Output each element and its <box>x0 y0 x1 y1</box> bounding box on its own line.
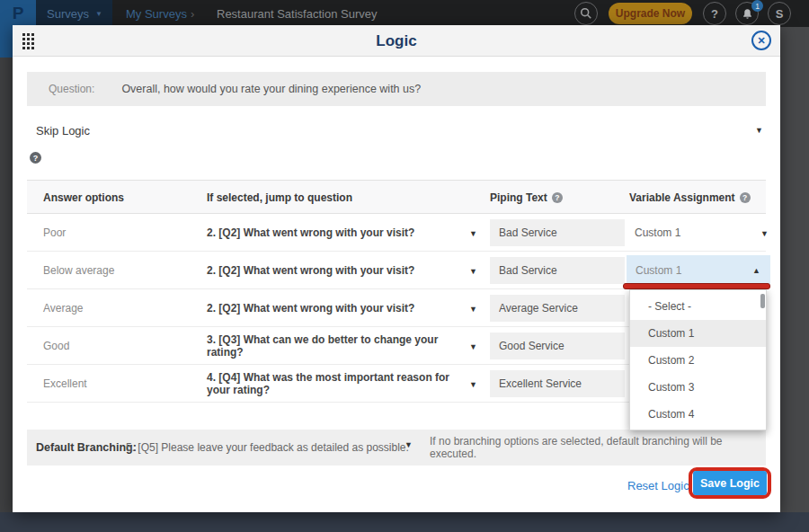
question-label: Question: <box>49 83 94 95</box>
modal-backdrop-bottom <box>0 512 809 532</box>
avatar[interactable]: S <box>768 2 791 25</box>
chevron-up-icon: ▲ <box>752 266 760 275</box>
chevron-down-icon: ▼ <box>95 10 102 18</box>
question-mark-glyph: ? <box>33 154 39 163</box>
answer-option-label: Average <box>43 289 83 327</box>
variable-assignment-help-icon[interactable]: ? <box>740 192 751 203</box>
search-icon <box>580 7 592 20</box>
logic-type-select[interactable]: Skip Logic ▼ <box>27 115 766 146</box>
dropdown-option-custom4[interactable]: Custom 4 <box>630 401 766 428</box>
chevron-down-icon[interactable]: ▼ <box>404 440 413 449</box>
upgrade-now-button[interactable]: Upgrade Now <box>609 3 692 24</box>
jump-question-select[interactable]: 3. [Q3] What can we do better to change … <box>207 327 469 365</box>
avatar-initial: S <box>776 7 784 21</box>
modal-header: Logic ✕ <box>13 25 780 57</box>
chevron-down-icon[interactable]: ▼ <box>469 229 477 238</box>
breadcrumb-current: Restaurant Satisfaction Survey <box>217 0 377 27</box>
dropdown-option-custom2[interactable]: Custom 2 <box>630 347 766 374</box>
table-row: Poor 2. [Q2] What went wrong with your v… <box>27 214 766 252</box>
sidebar-edge <box>0 58 13 532</box>
chevron-down-icon[interactable]: ▼ <box>469 267 477 276</box>
help-button[interactable]: ? <box>703 2 726 25</box>
piping-text-input[interactable] <box>490 295 625 322</box>
annotation-underline <box>623 283 770 289</box>
chevron-down-icon: ▼ <box>755 126 763 135</box>
answer-option-label: Good <box>43 327 69 365</box>
breadcrumb-my-surveys[interactable]: My Surveys <box>126 0 187 27</box>
chevron-down-icon[interactable]: ▼ <box>469 305 477 314</box>
save-logic-button[interactable]: Save Logic <box>693 471 767 495</box>
table-header-row: Answer options If selected, jump to ques… <box>27 180 766 214</box>
dropdown-option-custom3[interactable]: Custom 3 <box>630 374 766 401</box>
screen: P Surveys ▼ My Surveys › Restaurant Sati… <box>0 0 809 532</box>
piping-text-input[interactable] <box>490 370 625 397</box>
search-button[interactable] <box>574 2 598 25</box>
notification-count-badge: 1 <box>751 0 763 12</box>
jump-question-select[interactable]: 2. [Q2] What went wrong with your visit? <box>207 252 469 289</box>
chevron-down-icon[interactable]: ▼ <box>469 342 477 351</box>
skip-logic-help-icon[interactable]: ? <box>30 152 41 164</box>
variable-assignment-select-open[interactable]: Custom 1 ▲ <box>627 255 770 285</box>
dropdown-option-select[interactable]: - Select - <box>630 293 766 320</box>
logic-type-label: Skip Logic <box>36 124 90 137</box>
default-branching-note: If no branching options are selected, de… <box>430 430 766 466</box>
question-mark-icon: ? <box>711 7 718 21</box>
variable-dropdown-panel: - Select - Custom 1 Custom 2 Custom 3 Cu… <box>629 289 767 430</box>
question-box: Question: Overall, how would you rate yo… <box>27 72 766 106</box>
modal-title: Logic <box>13 25 780 57</box>
dropdown-scrollbar[interactable] <box>760 294 765 308</box>
sidebar-logo-edge <box>0 27 13 58</box>
nav-surveys-label: Surveys <box>47 7 89 21</box>
jump-question-select[interactable]: 2. [Q2] What went wrong with your visit? <box>207 289 469 327</box>
answer-option-label: Poor <box>43 214 66 252</box>
answer-option-label: Below average <box>43 252 114 289</box>
top-bar: P Surveys ▼ My Surveys › Restaurant Sati… <box>0 0 809 27</box>
jump-question-select[interactable]: 2. [Q2] What went wrong with your visit? <box>207 214 469 252</box>
question-text: Overall, how would you rate your dining … <box>121 83 421 95</box>
app-logo-tile[interactable]: P <box>0 0 36 27</box>
piping-text-input[interactable] <box>490 257 625 284</box>
jump-question-select[interactable]: 4. [Q4] What was the most important reas… <box>207 365 469 403</box>
header-answer-options: Answer options <box>43 181 124 215</box>
proprofs-logo: P <box>13 4 24 23</box>
header-jump-to-question: If selected, jump to question <box>207 181 352 215</box>
default-branching-label: Default Branching: <box>36 430 137 466</box>
nav-surveys-menu[interactable]: Surveys ▼ <box>47 0 102 27</box>
piping-text-input[interactable] <box>490 332 625 359</box>
bell-icon <box>742 8 753 20</box>
logic-modal: Logic ✕ Question: Overall, how would you… <box>13 25 780 512</box>
header-variable-assignment: Variable Assignment ? <box>629 181 751 215</box>
close-button[interactable]: ✕ <box>751 31 771 50</box>
chevron-down-icon[interactable]: ▼ <box>469 380 477 389</box>
breadcrumb-separator-icon: › <box>191 0 194 27</box>
answer-option-label: Excellent <box>43 365 87 403</box>
selected-variable-value: Custom 1 <box>636 264 681 277</box>
header-piping-text: Piping Text ? <box>490 181 563 215</box>
default-branching-bar: Default Branching: 5. [Q5] Please leave … <box>27 430 766 466</box>
piping-text-help-icon[interactable]: ? <box>552 192 563 203</box>
variable-assignment-select[interactable]: Custom 1 <box>635 214 680 252</box>
default-branching-select[interactable]: 5. [Q5] Please leave your feedback as de… <box>126 430 409 466</box>
annotation-ring: Save Logic <box>689 467 771 499</box>
drag-handle-icon[interactable] <box>22 33 35 50</box>
reset-logic-link[interactable]: Reset Logic <box>627 479 689 492</box>
dropdown-option-custom1[interactable]: Custom 1 <box>630 320 766 347</box>
chevron-down-icon[interactable]: ▼ <box>760 229 769 238</box>
piping-text-input[interactable] <box>490 219 625 246</box>
close-icon: ✕ <box>757 35 765 47</box>
